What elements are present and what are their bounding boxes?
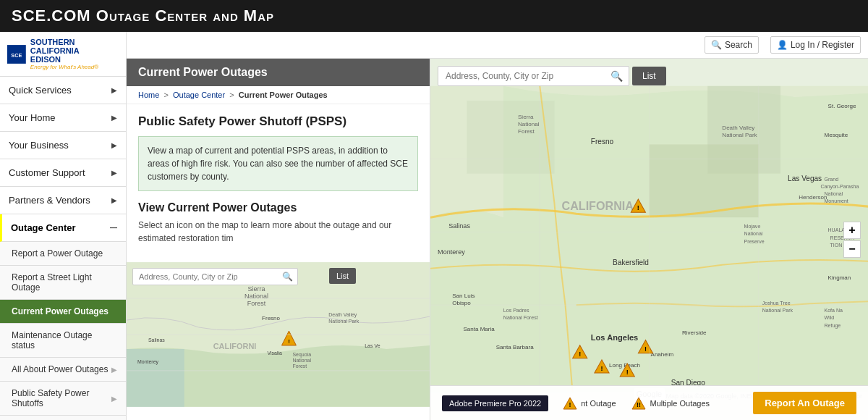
sidebar-item-customer-support[interactable]: Customer Support ▶ [0,159,126,187]
mini-map-search-button[interactable]: 🔍 [278,269,297,285]
svg-text:Monterey: Monterey [137,359,159,365]
svg-text:!!: !! [637,401,641,408]
sidebar-item-partners-vendors[interactable]: Partners & Vendors ▶ [0,187,126,214]
map-search-input[interactable] [438,67,605,85]
single-outage-icon: ! [563,397,577,410]
sidebar-item-outage-center[interactable]: Outage Center — [0,214,126,242]
section2-title: View Current Power Outages [138,201,418,214]
svg-text:National: National [825,191,843,196]
full-map-svg: Sierra National Forest Fresno Salinas Mo… [430,59,868,420]
login-label: Log In / Register [791,40,854,50]
sidebar-sub-item-report-street-light[interactable]: Report a Street Light Outage [0,266,126,300]
map-search-bar: 🔍 List [438,66,666,86]
svg-text:National Forest: National Forest [503,315,538,320]
search-icon: 🔍 [711,40,722,50]
logo-tagline: Energy for What's Ahead® [30,64,119,70]
sidebar-sub-label: Public Safety Power Shutoffs [12,388,111,408]
breadcrumb-home[interactable]: Home [138,91,159,99]
svg-text:National: National [518,121,540,127]
chevron-right-icon: ▶ [111,395,117,403]
sidebar-item-label: Your Business [9,140,69,151]
svg-text:Forest: Forest [247,300,266,307]
breadcrumb: Home > Outage Center > Current Power Out… [127,86,430,104]
svg-text:Sierra: Sierra [518,114,534,120]
search-button[interactable]: 🔍 Search [705,36,759,54]
sidebar-item-label: Your Home [9,112,56,123]
sidebar-sub-item-public-safety-shutoffs[interactable]: Public Safety Power Shutoffs ▶ [0,382,126,416]
chevron-right-icon: ▶ [111,114,117,122]
map-search-button[interactable]: 🔍 [605,67,629,85]
zoom-out-button[interactable]: − [843,240,861,258]
sidebar-sub-label: Report a Power Outage [12,248,103,259]
sidebar-sub-item-report-power-outage[interactable]: Report a Power Outage [0,242,126,266]
svg-text:Forest: Forest [518,128,535,135]
sidebar-sub-item-rotating-outages[interactable]: Rotating Outages ▶ [0,416,126,420]
premiere-label: Adobe Premiere Pro 2022 [449,399,541,408]
svg-text:Anaheim: Anaheim [651,351,674,358]
svg-text:!: ! [579,350,581,358]
sidebar-sub-label: Maintenance Outage status [12,330,117,350]
chevron-right-icon: ▶ [111,141,117,149]
section1-content: Public Safety Power Shutoff (PSPS) View … [127,104,430,262]
svg-text:Kingman: Kingman [828,274,851,281]
svg-text:Visalia: Visalia [268,350,283,356]
svg-text:Los Angeles: Los Angeles [591,333,638,342]
section2-desc: Select an icon on the map to learn more … [138,219,418,245]
svg-text:National Park: National Park [328,319,359,324]
map-zoom-controls: + − [843,222,861,258]
sidebar-item-label: Quick Services [9,85,72,96]
content-body: Current Power Outages Home > Outage Cent… [127,59,868,420]
map-search-input-wrap: 🔍 [438,66,629,86]
svg-text:National: National [244,293,268,300]
svg-text:National: National [292,358,311,363]
svg-text:San Luis: San Luis [452,293,475,299]
sidebar-sub-item-current-power-outages[interactable]: Current Power Outages [0,300,126,324]
sidebar-sub-item-all-about-outages[interactable]: All About Power Outages ▶ [0,358,126,382]
svg-text:SCE: SCE [11,51,22,58]
svg-text:Wild: Wild [825,315,835,320]
zoom-in-button[interactable]: + [843,222,861,239]
svg-text:Monterey: Monterey [438,248,465,256]
full-map: 🔍 List [430,59,868,420]
info-box: View a map of current and potential PSPS… [138,136,418,191]
svg-text:Kofa Na: Kofa Na [825,308,843,313]
svg-text:Monument: Monument [825,198,848,203]
mini-map-list-button[interactable]: List [329,268,356,284]
svg-text:Salinas: Salinas [148,337,165,343]
breadcrumb-outage-center[interactable]: Outage Center [173,91,225,99]
map-list-button[interactable]: List [632,67,666,85]
sidebar-item-quick-services[interactable]: Quick Services ▶ [0,77,126,104]
page-header: Current Power Outages [127,59,430,86]
title-bar: SCE.COM Outage Center and Map [0,0,868,32]
section1-title: Public Safety Power Shutoff (PSPS) [138,114,418,129]
svg-text:Grand: Grand [825,177,839,182]
report-outage-button[interactable]: Report An Outage [753,392,856,414]
page-header-title: Current Power Outages [138,66,268,78]
report-outage-label: Report An Outage [765,398,845,408]
logo-text: SOUTHERN CALIFORNIAEDISON [30,38,119,64]
svg-text:CALIFORNIA: CALIFORNIA [562,199,634,212]
login-button[interactable]: 👤 Log In / Register [770,36,861,54]
sidebar-item-your-home[interactable]: Your Home ▶ [0,104,126,132]
svg-text:Mesquite: Mesquite [825,132,848,138]
svg-text:Santa Barbara: Santa Barbara [496,344,534,350]
sidebar-sub-item-maintenance-outage[interactable]: Maintenance Outage status [0,324,126,358]
sidebar-sub-label: Report a Street Light Outage [12,272,117,293]
user-icon: 👤 [777,40,788,50]
svg-text:Los Padres: Los Padres [503,308,529,313]
sidebar-item-label: Partners & Vendors [9,195,90,206]
svg-text:Death Valley: Death Valley [328,312,357,318]
svg-rect-28 [467,101,554,174]
svg-text:St. George: St. George [828,103,856,109]
chevron-right-icon: ▶ [111,196,117,204]
mini-map-search-input[interactable] [133,269,278,284]
sidebar-item-your-business[interactable]: Your Business ▶ [0,132,126,159]
chevron-right-icon: ▶ [111,366,117,374]
svg-text:TION: TION [830,243,843,248]
sce-logo-icon: SCE [7,44,26,64]
svg-text:National Park: National Park [722,132,757,138]
sidebar-item-label: Customer Support [9,167,85,178]
svg-text:Riverside: Riverside [682,329,707,336]
info-text: View a map of current and potential PSPS… [148,146,408,182]
chevron-right-icon: ▶ [111,169,117,177]
